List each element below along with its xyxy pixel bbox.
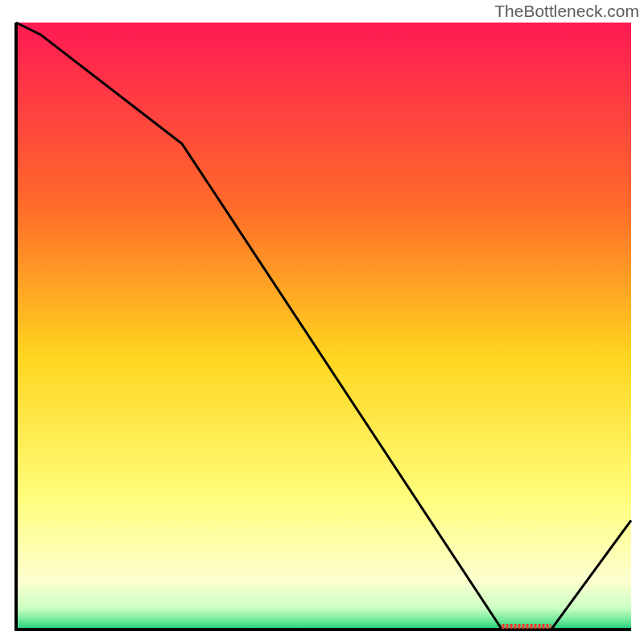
chart-container bbox=[0, 0, 644, 644]
chart-svg bbox=[0, 0, 644, 644]
chart-background bbox=[16, 23, 631, 630]
